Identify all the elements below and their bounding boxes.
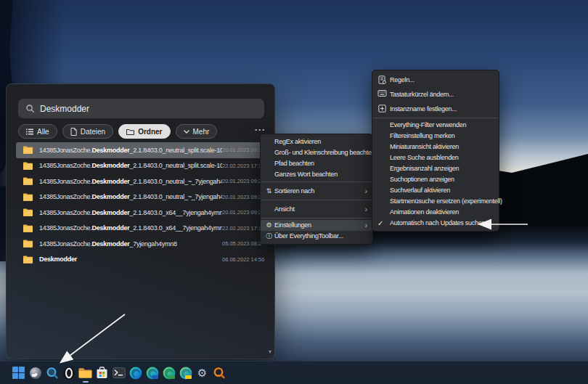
result-name: 14385JonasZoche.Deskmodder_2.1.8403.0_ne…: [39, 147, 222, 154]
settings-submenu: Regeln... Tastaturkürzel ändern... Insta…: [372, 70, 499, 232]
menu-item-ganzes-wort[interactable]: Ganzes Wort beachten: [261, 169, 372, 180]
taskbar-settings-button[interactable]: ⚙: [194, 363, 211, 383]
taskbar-microsoft-store-button[interactable]: [94, 363, 110, 383]
filter-dateien[interactable]: Dateien: [62, 124, 113, 139]
result-date: 05.05.2023 08:2: [222, 240, 261, 247]
filter-alle-label: Alle: [37, 128, 49, 136]
filter-mehr[interactable]: Mehr: [176, 124, 218, 139]
menu-item-leere-suche-ausblenden[interactable]: Leere Suche ausblenden: [372, 152, 499, 163]
result-date: 22.02.2023 17:1: [222, 163, 261, 169]
taskbar-edge-canary-button[interactable]: [177, 363, 194, 383]
taskbar-opera-button[interactable]: [60, 363, 77, 383]
menu-separator: [261, 200, 372, 200]
folder-icon: [23, 177, 33, 185]
menu-item-ansicht[interactable]: Ansicht ›: [261, 202, 372, 216]
chevron-down-icon: [184, 130, 189, 134]
search-orb-icon: [29, 367, 42, 380]
menu-item-einstellungen[interactable]: ⚙ Einstellungen ›: [261, 220, 372, 231]
menu-item-regex-aktivieren[interactable]: RegEx aktivieren: [261, 136, 372, 147]
menu-item-automatisch-nach-updates-suchen[interactable]: ✓ Automatisch nach Updates suchen: [372, 218, 499, 229]
menu-item-instanzname-festlegen[interactable]: Instanzname festlegen...: [372, 102, 499, 116]
terminal-icon: [113, 367, 126, 378]
menu-separator: [261, 181, 372, 182]
menu-item-suchoptionen-anzeigen[interactable]: Suchoptionen anzeigen: [372, 174, 499, 185]
taskbar-edge-dev-button[interactable]: [160, 363, 177, 383]
filter-tabs: Alle Dateien Ordner Mehr: [18, 124, 217, 139]
result-date: 20.01.2023 09:2: [222, 178, 261, 184]
menu-item-ergebnisanzahl-anzeigen[interactable]: Ergebnisanzahl anzeigen: [372, 163, 499, 174]
result-row[interactable]: 14385JonasZoche.Deskmodder_2.1.8403.0_ne…: [16, 158, 269, 174]
result-date: 22.02.2023 17:1: [222, 225, 261, 232]
folder-icon: [23, 146, 33, 154]
taskbar-edge-button[interactable]: [127, 363, 144, 383]
menu-item-ueber-everythingtoolbar[interactable]: ⓘ Über EverythingToolbar...: [261, 231, 372, 242]
result-name: 14385JonasZoche.Deskmodder_7yjengah4ymn8: [39, 240, 222, 248]
search-icon: [26, 105, 34, 113]
taskbar-everything-app-button[interactable]: [211, 363, 227, 383]
menu-item-animationen-deaktivieren[interactable]: Animationen deaktivieren: [372, 207, 499, 218]
result-row[interactable]: Deskmodder 06.06.2022 14:56: [16, 252, 269, 268]
taskbar-start-button[interactable]: [10, 363, 27, 383]
search-input[interactable]: [40, 104, 256, 114]
filter-ordner[interactable]: Ordner: [118, 124, 170, 139]
taskbar-file-explorer-button[interactable]: [77, 363, 94, 383]
results-list: 14385JonasZoche.Deskmodder_2.1.8403.0_ne…: [16, 142, 269, 267]
folder-icon: [23, 208, 33, 216]
folder-icon: [126, 128, 134, 135]
result-name: 14385JonasZoche.Deskmodder_2.1.8403.0_ne…: [39, 193, 222, 200]
menu-item-tastaturkuerzel-aendern[interactable]: Tastaturkürzel ändern...: [372, 87, 499, 102]
filter-dateien-label: Dateien: [81, 128, 105, 136]
result-date: 06.06.2022 14:56: [222, 256, 264, 263]
more-options-button[interactable]: ···: [255, 126, 266, 134]
edge-canary-icon: [179, 367, 192, 380]
menu-item-sortieren-nach[interactable]: ⇅ Sortieren nach ›: [261, 184, 372, 198]
gear-icon: ⚙: [264, 220, 274, 231]
result-row[interactable]: 14385JonasZoche.Deskmodder_2.1.8403.0_ne…: [16, 173, 269, 189]
instance-name-icon: [377, 105, 387, 113]
filter-alle[interactable]: Alle: [18, 124, 57, 139]
result-date: 20.01.2023 09:2: [222, 194, 261, 200]
menu-item-filtereinstellung-merken[interactable]: Filtereinstellung merken: [372, 131, 499, 142]
menu-item-suchverlauf-aktivieren[interactable]: Suchverlauf aktivieren: [372, 185, 499, 196]
result-row[interactable]: 14385JonasZoche.Deskmodder_2.1.8403.0_ne…: [16, 189, 269, 205]
menu-item-gross-kleinschreibung[interactable]: Groß- und Kleinschreibung beachten: [261, 147, 372, 158]
folder-icon: [23, 162, 33, 170]
checkmark-icon: ✓: [377, 218, 383, 229]
file-explorer-icon: [78, 367, 92, 379]
taskbar-terminal-button[interactable]: [110, 363, 127, 383]
everything-toolbar-icon: [46, 367, 59, 380]
taskbar-search-orb-button[interactable]: [27, 363, 44, 383]
menu-item-miniaturansicht-aktivieren[interactable]: Miniaturansicht aktivieren: [372, 142, 499, 152]
filter-mehr-label: Mehr: [193, 128, 210, 136]
chevron-right-icon: ›: [365, 184, 367, 198]
taskbar-everything-toolbar-button[interactable]: [44, 363, 60, 383]
menu-item-everything-filter-verwenden[interactable]: Everything-Filter verwenden: [372, 120, 499, 131]
menu-item-regeln[interactable]: Regeln...: [372, 73, 499, 87]
filter-ordner-label: Ordner: [138, 128, 162, 136]
chevron-right-icon: ›: [365, 202, 367, 216]
settings-gear-icon: ⚙: [197, 367, 207, 378]
chevron-right-icon: ›: [365, 220, 367, 231]
folder-icon: [23, 224, 33, 232]
result-name: 14385JonasZoche.Deskmodder_2.1.8403.0_ne…: [39, 162, 222, 169]
taskbar-edge-beta-button[interactable]: [144, 363, 160, 383]
search-box[interactable]: [18, 99, 264, 118]
menu-item-startmenuesuche-ersetzen[interactable]: Startmenüsuche ersetzen (experimentell): [372, 196, 499, 207]
edge-beta-icon: [146, 367, 159, 380]
edge-icon: [129, 367, 142, 380]
menu-separator: [261, 218, 372, 218]
result-row[interactable]: 14385JonasZoche.Deskmodder_2.1.8403.0_x6…: [16, 205, 269, 221]
result-name: Deskmodder: [39, 256, 222, 263]
result-row[interactable]: 14385JonasZoche.Deskmodder_2.1.8403.0_x6…: [16, 221, 269, 237]
scrollbar-down-arrow[interactable]: ▾: [269, 348, 271, 355]
result-row[interactable]: 14385JonasZoche.Deskmodder_2.1.8403.0_ne…: [16, 142, 269, 158]
folder-icon: [23, 256, 33, 264]
sort-icon: ⇅: [264, 184, 274, 198]
start-icon: [12, 367, 25, 379]
result-row[interactable]: 14385JonasZoche.Deskmodder_7yjengah4ymn8…: [16, 236, 269, 252]
menu-item-pfad-beachten[interactable]: Pfad beachten: [261, 158, 372, 169]
list-icon: [26, 128, 33, 135]
microsoft-store-icon: [96, 367, 108, 379]
result-name: 14385JonasZoche.Deskmodder_2.1.8403.0_ne…: [39, 178, 222, 185]
edge-dev-icon: [163, 367, 176, 380]
